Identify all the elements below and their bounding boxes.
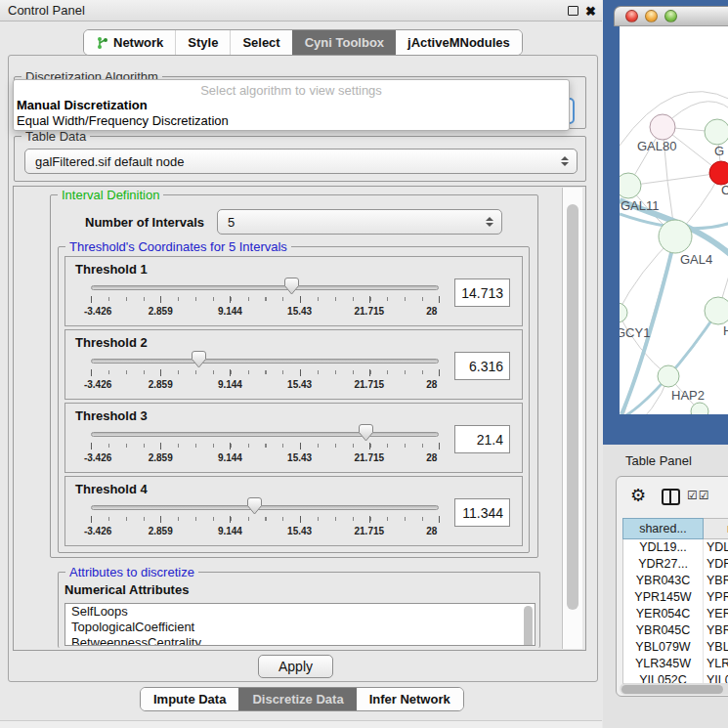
threshold-3-slider[interactable]: -3.426 2.859 9.144 15.43 21.715 28 xyxy=(91,404,439,474)
tick-label: 2.859 xyxy=(149,379,173,390)
slider-tick xyxy=(160,443,161,450)
slider-tick xyxy=(369,516,370,523)
tab-select[interactable]: Select xyxy=(230,30,291,55)
node-gcy1[interactable] xyxy=(620,303,627,322)
tab-jactivemnodules[interactable]: jActiveMNodules xyxy=(396,30,522,55)
threshold-4-panel: Threshold 4 -3.426 2.859 9.144 15.43 xyxy=(64,476,523,546)
tick-label: 15.43 xyxy=(287,379,312,390)
node-gal80[interactable] xyxy=(650,114,675,140)
dropdown-option-equal-width[interactable]: Equal Width/Frequency Discretization xyxy=(14,113,569,129)
table-row[interactable]: YBR043CYBR0 xyxy=(623,573,728,589)
node-top-right[interactable] xyxy=(705,119,728,145)
node-right-mid[interactable] xyxy=(705,297,728,324)
select-columns-icon[interactable]: ☑☑ xyxy=(687,489,710,502)
threshold-1-panel: Threshold 1 -3.426 2.859 9.144 15.43 xyxy=(64,256,523,326)
tab-style[interactable]: Style xyxy=(175,30,230,55)
scrollbar-thumb[interactable] xyxy=(621,685,723,694)
close-panel-icon[interactable]: ✖ xyxy=(585,5,596,18)
slider-tick xyxy=(91,296,92,303)
close-window-icon[interactable] xyxy=(625,10,638,22)
apply-button[interactable]: Apply xyxy=(258,655,333,678)
tick-label: 21.715 xyxy=(355,452,385,463)
float-window-icon[interactable] xyxy=(568,6,578,16)
table-row[interactable]: YDL19...YDL1 xyxy=(623,539,728,556)
tab-infer-network[interactable]: Infer Network xyxy=(357,688,463,710)
list-item-topologicalcoefficient[interactable]: TopologicalCoefficient xyxy=(65,620,535,635)
slider-minor-ticks xyxy=(91,517,440,521)
panel-vertical-scrollbar[interactable] xyxy=(562,188,582,649)
list-item-selfloops[interactable]: SelfLoops xyxy=(65,604,535,620)
tick-label: 2.859 xyxy=(149,306,173,317)
column-header-name[interactable]: na xyxy=(704,518,728,539)
tab-cyni-toolbox[interactable]: Cyni Toolbox xyxy=(292,30,396,55)
tab-discretize-data[interactable]: Discretize Data xyxy=(238,688,356,710)
tick-label: -3.426 xyxy=(84,526,111,536)
slider-tick xyxy=(439,443,440,450)
interval-definition-group: Interval Definition Number of Intervals … xyxy=(50,194,538,558)
slider-track[interactable] xyxy=(91,505,439,510)
network-edge xyxy=(620,313,668,376)
slider-thumb[interactable] xyxy=(284,278,299,295)
table-row[interactable]: YBR045CYBR0 xyxy=(623,622,728,639)
slider-tick xyxy=(230,296,231,303)
node-selected-red[interactable] xyxy=(709,161,728,185)
slider-track[interactable] xyxy=(91,359,439,364)
node-gal11[interactable] xyxy=(620,173,641,198)
table-row[interactable]: YBL079WYBL0 xyxy=(623,639,728,656)
table-horizontal-scrollbar[interactable] xyxy=(620,683,728,695)
dropdown-option-manual[interactable]: Manual Discretization xyxy=(14,98,569,113)
combo-stepper-icon xyxy=(486,217,493,227)
network-window-titlebar[interactable] xyxy=(614,6,728,26)
slider-tick xyxy=(230,369,231,376)
node-label: GAL11 xyxy=(621,198,660,213)
threshold-1-value-input[interactable] xyxy=(454,278,510,307)
desktop-background: GAL80 G C GAL11 GAL4 GCY1 H HAP2 xyxy=(603,0,728,445)
slider-tick xyxy=(369,443,370,450)
slider-tick xyxy=(91,443,92,450)
node-label: GAL4 xyxy=(680,252,712,267)
table-row[interactable]: YLR345WYLR3 xyxy=(623,656,728,672)
threshold-1-slider[interactable]: -3.426 2.859 9.144 15.43 21.715 28 xyxy=(91,257,439,327)
threshold-4-slider[interactable]: -3.426 2.859 9.144 15.43 21.715 28 xyxy=(91,477,439,547)
tab-network[interactable]: Network xyxy=(84,30,175,55)
list-scrollbar[interactable] xyxy=(524,606,533,646)
slider-tick xyxy=(439,296,440,303)
slider-track[interactable] xyxy=(91,432,439,437)
table-subpanel: ⚙ ☑☑ shared... na YDL19...YDL1 YDR27...Y… xyxy=(616,476,728,697)
number-of-intervals-combobox[interactable]: 5 xyxy=(217,209,502,235)
gear-icon[interactable]: ⚙ xyxy=(630,485,646,506)
table-row[interactable]: YER054CYER0 xyxy=(623,606,728,622)
combo-stepper-icon xyxy=(561,156,569,166)
network-canvas[interactable]: GAL80 G C GAL11 GAL4 GCY1 H HAP2 xyxy=(620,26,728,414)
table-row[interactable]: YPR145WYPR1 xyxy=(623,589,728,606)
tick-label: 15.43 xyxy=(287,452,312,463)
tick-label: 21.715 xyxy=(355,526,385,536)
column-header-shared[interactable]: shared... xyxy=(622,518,704,539)
control-panel-titlebar: Control Panel ✖ xyxy=(0,0,602,21)
thresholds-group: Threshold's Coordinates for 5 Intervals … xyxy=(58,246,530,553)
threshold-2-slider[interactable]: -3.426 2.859 9.144 15.43 21.715 28 xyxy=(91,330,439,401)
slider-tick xyxy=(91,516,92,523)
slider-track[interactable] xyxy=(91,285,439,290)
tab-impute-data[interactable]: Impute Data xyxy=(141,688,238,710)
list-item-betweennesscentrality[interactable]: BetweennessCentrality xyxy=(65,635,535,646)
threshold-2-value-input[interactable] xyxy=(454,352,510,380)
table-data-combobox[interactable]: galFiltered.sif default node xyxy=(24,149,578,174)
zoom-window-icon[interactable] xyxy=(664,10,677,22)
slider-thumb[interactable] xyxy=(247,497,262,515)
threshold-3-panel: Threshold 3 -3.426 2.859 9.144 15.43 xyxy=(64,403,523,473)
table-row[interactable]: YDR27...YDR2 xyxy=(623,556,728,573)
network-graph: GAL80 G C GAL11 GAL4 GCY1 H HAP2 xyxy=(620,26,728,414)
attributes-group: Attributes to discretize Numerical Attri… xyxy=(58,572,540,648)
threshold-3-value-input[interactable] xyxy=(454,425,510,453)
split-columns-icon[interactable] xyxy=(662,489,680,505)
slider-thumb[interactable] xyxy=(192,351,206,368)
scrollbar-thumb[interactable] xyxy=(567,204,578,610)
slider-minor-ticks xyxy=(91,297,440,301)
slider-thumb[interactable] xyxy=(359,424,373,442)
threshold-2-panel: Threshold 2 -3.426 2.859 9.144 15.43 xyxy=(64,329,523,400)
minimize-window-icon[interactable] xyxy=(645,10,658,22)
node-hap2[interactable] xyxy=(658,365,679,387)
threshold-4-value-input[interactable] xyxy=(454,498,510,527)
node-gal4[interactable] xyxy=(659,220,692,253)
